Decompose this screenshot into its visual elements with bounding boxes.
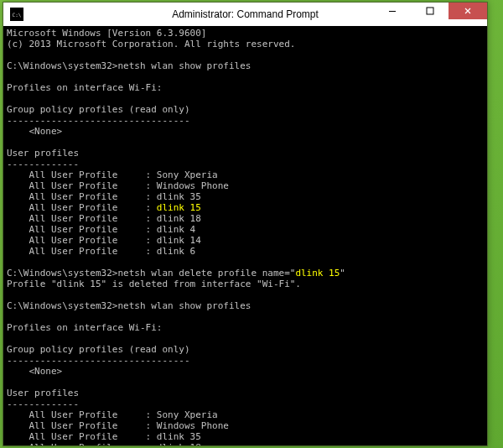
svg-rect-1	[427, 8, 433, 14]
titlebar[interactable]: Administrator: Command Prompt	[3, 3, 487, 26]
maximize-button[interactable]	[411, 3, 449, 19]
close-icon	[464, 7, 472, 15]
command-prompt-window: Administrator: Command Prompt Microsoft …	[3, 2, 488, 446]
svg-rect-0	[389, 11, 396, 12]
window-controls	[373, 3, 487, 19]
cmd-icon	[10, 8, 23, 21]
terminal-output[interactable]: Microsoft Windows [Version 6.3.9600] (c)…	[3, 26, 487, 445]
minimize-button[interactable]	[373, 3, 411, 19]
minimize-icon	[388, 7, 397, 15]
maximize-icon	[426, 7, 434, 15]
close-button[interactable]	[449, 3, 487, 19]
